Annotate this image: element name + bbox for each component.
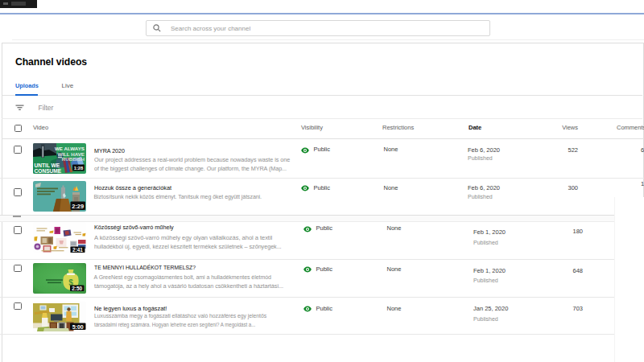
svg-text:2:50: 2:50 xyxy=(72,286,82,291)
svg-text:5:00: 5:00 xyxy=(72,324,84,330)
svg-text:CONSUME: CONSUME xyxy=(35,168,62,174)
svg-text:UNTIL WE: UNTIL WE xyxy=(35,162,60,168)
svg-text:2:41: 2:41 xyxy=(72,247,83,253)
svg-text:2:29: 2:29 xyxy=(72,203,84,210)
svg-text:1:28: 1:28 xyxy=(74,166,84,171)
svg-text:RUBBISH: RUBBISH xyxy=(62,156,85,162)
